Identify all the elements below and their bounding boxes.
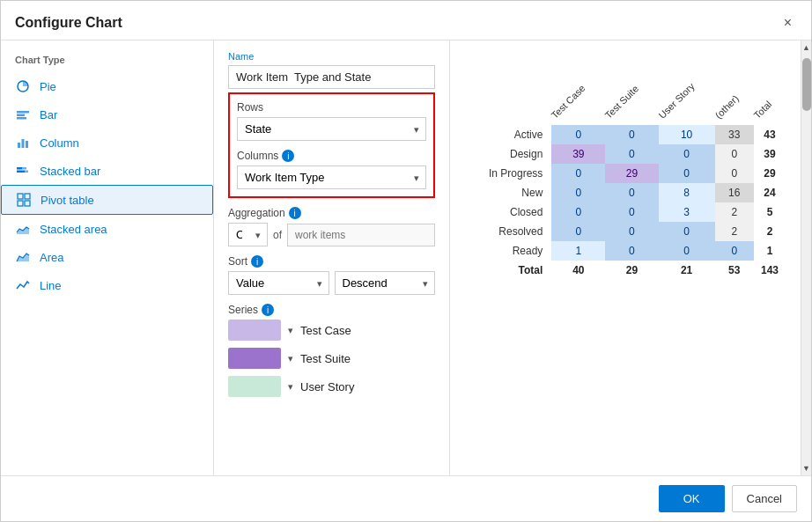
series-chevron-test-case[interactable]: ▾ — [288, 325, 293, 336]
sort-field-select[interactable]: Value Label — [228, 271, 329, 295]
dialog-body: Chart Type Pie Bar Column — [1, 40, 811, 475]
dialog-footer: OK Cancel — [1, 475, 811, 521]
sidebar-item-stacked-area[interactable]: Stacked area — [1, 215, 213, 243]
aggregation-info-icon[interactable]: i — [289, 207, 301, 219]
sidebar-item-stacked-bar[interactable]: Stacked bar — [1, 157, 213, 185]
row-label-active: Active — [482, 125, 551, 144]
row-label-design: Design — [482, 144, 551, 164]
series-color-test-suite — [228, 348, 281, 369]
cell-ready-userstory: 0 — [659, 241, 715, 261]
columns-label: Columns i — [237, 150, 426, 162]
cell-resolved-testcase: 0 — [551, 222, 605, 241]
table-total-row: Total 40 29 21 53 143 — [482, 261, 786, 280]
rows-label: Rows — [237, 101, 426, 114]
col-header-test-case: Test Case — [551, 55, 605, 125]
svg-rect-7 — [17, 167, 22, 170]
row-label-resolved: Resolved — [482, 222, 551, 241]
ok-button[interactable]: OK — [659, 485, 725, 512]
svg-rect-11 — [18, 194, 23, 199]
rows-select[interactable]: State Work Item Type — [237, 117, 426, 141]
scroll-thumb[interactable] — [802, 58, 811, 111]
pivot-table: Test Case Test Suite User Story (other) … — [482, 55, 786, 280]
sidebar-item-column-label: Column — [40, 136, 79, 150]
sort-info-icon[interactable]: i — [251, 255, 263, 268]
cell-ready-total: 1 — [754, 241, 786, 261]
cell-closed-userstory: 3 — [659, 202, 715, 222]
svg-rect-12 — [25, 194, 30, 199]
columns-select-wrap: Work Item Type State ▾ — [237, 165, 426, 189]
cell-active-total: 43 — [754, 125, 786, 144]
row-label-closed: Closed — [482, 202, 551, 222]
cell-total-total: 143 — [754, 261, 786, 280]
cell-inprogress-testsuite: 29 — [605, 164, 658, 183]
table-row: Resolved 0 0 0 2 2 — [482, 222, 786, 241]
cell-ready-testcase: 1 — [551, 241, 605, 261]
col-header-total: Total — [754, 55, 786, 125]
aggregation-select[interactable]: Cou Sum Avg — [228, 223, 268, 246]
table-row: Closed 0 0 3 2 5 — [482, 202, 786, 222]
cell-active-other: 33 — [715, 125, 754, 144]
cell-inprogress-other: 0 — [715, 164, 754, 183]
sort-section: Sort i Value Label ▾ Descend Asc — [228, 255, 435, 295]
cell-inprogress-userstory: 0 — [659, 164, 715, 183]
series-item-test-suite: ▾ Test Suite — [228, 348, 435, 369]
cell-total-userstory: 21 — [659, 261, 715, 280]
sidebar-item-pie-label: Pie — [40, 80, 56, 93]
table-row: Design 39 0 0 0 39 — [482, 144, 786, 164]
svg-rect-4 — [18, 143, 20, 148]
sidebar-item-column[interactable]: Column — [1, 129, 213, 157]
series-chevron-user-story[interactable]: ▾ — [288, 381, 293, 393]
config-panel: Name Rows State Work Item Type ▾ Columns… — [214, 40, 450, 475]
sidebar-item-pie[interactable]: Pie — [1, 72, 213, 100]
dialog-header: Configure Chart × — [1, 1, 811, 40]
series-item-test-case: ▾ Test Case — [228, 320, 435, 341]
cell-new-testsuite: 0 — [605, 183, 658, 202]
close-button[interactable]: × — [779, 13, 797, 33]
scrollbar[interactable]: ▲ ▼ — [801, 40, 811, 475]
cell-active-testsuite: 0 — [605, 125, 658, 144]
cell-design-userstory: 0 — [659, 144, 715, 164]
cancel-button[interactable]: Cancel — [732, 485, 797, 512]
columns-info-icon[interactable]: i — [282, 150, 294, 162]
pivot-table-icon — [16, 192, 32, 208]
scroll-down-button[interactable]: ▼ — [801, 461, 812, 475]
svg-rect-3 — [17, 117, 26, 120]
column-chart-icon — [15, 135, 31, 151]
aggregation-row: Cou Sum Avg ▾ of — [228, 223, 435, 246]
sidebar-item-stacked-bar-label: Stacked bar — [40, 165, 100, 178]
series-name-test-case: Test Case — [300, 324, 351, 337]
svg-rect-1 — [17, 111, 29, 114]
sort-direction-select[interactable]: Descend Ascend — [335, 271, 436, 295]
sidebar-item-bar[interactable]: Bar — [1, 100, 213, 129]
svg-rect-14 — [25, 201, 30, 206]
cell-design-testcase: 39 — [551, 144, 605, 164]
configure-chart-dialog: Configure Chart × Chart Type Pie Bar — [0, 0, 812, 522]
cell-design-testsuite: 0 — [605, 144, 658, 164]
cell-closed-total: 5 — [754, 202, 786, 222]
row-label-inprogress: In Progress — [482, 164, 551, 183]
sort-label: Sort i — [228, 255, 435, 268]
name-input[interactable] — [228, 65, 435, 89]
sidebar-item-line[interactable]: Line — [1, 271, 213, 299]
col-header-test-suite: Test Suite — [605, 55, 658, 125]
rows-select-wrap: State Work Item Type ▾ — [237, 117, 426, 141]
dialog-title: Configure Chart — [15, 15, 122, 31]
aggregation-label: Aggregation i — [228, 207, 435, 219]
sidebar-item-pivot-table[interactable]: Pivot table — [1, 185, 213, 215]
cell-resolved-other: 2 — [715, 222, 754, 241]
sidebar-item-stacked-area-label: Stacked area — [40, 223, 107, 236]
cell-new-total: 24 — [754, 183, 786, 202]
sidebar-item-area[interactable]: Area — [1, 243, 213, 271]
svg-rect-9 — [17, 171, 25, 173]
series-chevron-test-suite[interactable]: ▾ — [288, 353, 293, 364]
table-row: Ready 1 0 0 0 1 — [482, 241, 786, 261]
series-section: Series i ▾ Test Case ▾ Test Suite ▾ User… — [228, 304, 435, 397]
work-items-input[interactable] — [287, 224, 435, 246]
columns-select[interactable]: Work Item Type State — [237, 165, 426, 189]
aggregation-select-wrap: Cou Sum Avg ▾ — [228, 223, 268, 246]
series-info-icon[interactable]: i — [262, 304, 274, 316]
name-label: Name — [228, 51, 435, 62]
stacked-bar-icon — [15, 163, 31, 179]
scroll-up-button[interactable]: ▲ — [801, 40, 812, 55]
chart-area: Test Case Test Suite User Story (other) … — [450, 40, 801, 475]
